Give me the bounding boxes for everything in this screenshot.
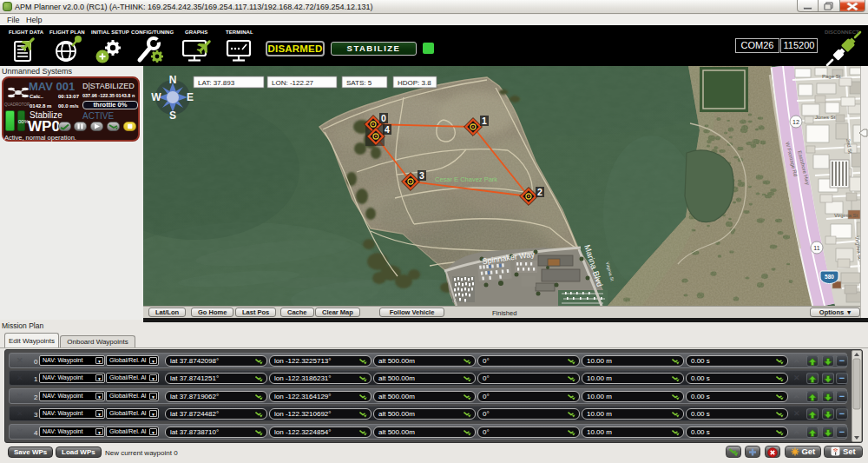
svg-text:0: 0 [381,113,386,123]
svg-text:Virginia St: Virginia St [834,213,858,218]
svg-text:3: 3 [419,170,424,181]
svg-text:12: 12 [792,119,799,125]
svg-text:SATS: 5: SATS: 5 [346,79,372,87]
svg-text:580: 580 [825,274,834,280]
svg-text:Page St: Page St [822,74,841,79]
svg-text:11: 11 [813,245,819,251]
svg-text:Cesar E Chavez Park: Cesar E Chavez Park [435,175,497,183]
svg-text:Jones St: Jones St [815,115,836,120]
svg-text:S: S [169,109,176,122]
svg-text:2: 2 [537,187,542,197]
svg-text:LON: -122.27: LON: -122.27 [272,79,314,87]
svg-text:W: W [151,91,161,103]
svg-text:4: 4 [385,124,390,135]
svg-text:LAT: 37.893: LAT: 37.893 [198,79,235,87]
svg-text:1: 1 [482,116,487,126]
svg-text:E: E [187,91,194,103]
svg-text:N: N [169,74,177,86]
svg-text:HDOP: 3.8: HDOP: 3.8 [398,79,431,87]
